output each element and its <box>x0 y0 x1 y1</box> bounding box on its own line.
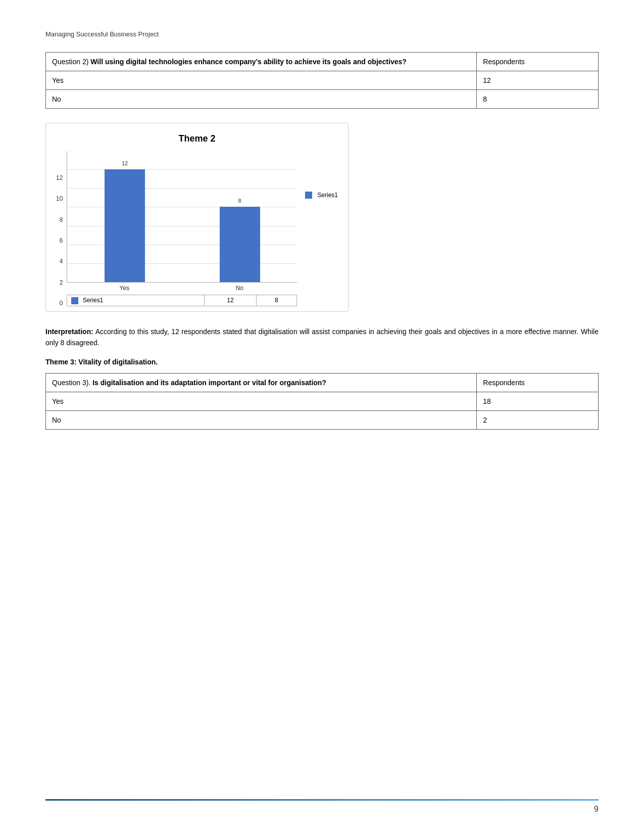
table2-question-cell: Question 3). Is digitalisation and its a… <box>46 373 477 392</box>
chart-legend-color <box>71 297 78 304</box>
bar-no-label: 8 <box>238 198 241 204</box>
table2-col2-header: Respondents <box>477 373 599 392</box>
table1: Question 2) Will using digital technolog… <box>45 52 599 109</box>
table2-yes-value: 18 <box>477 392 599 410</box>
page: Managing Successful Business Project Que… <box>0 0 644 834</box>
table1-no-value: 8 <box>477 90 599 109</box>
table2-yes-label: Yes <box>46 392 477 410</box>
y-tick-8: 8 <box>56 217 63 223</box>
footer: 9 <box>0 799 644 814</box>
bar-group-yes: 12 <box>67 151 182 282</box>
table1-question-cell: Question 2) Will using digital technolog… <box>46 53 477 71</box>
table1-yes-value: 12 <box>477 71 599 90</box>
table1-question-prefix: Question 2) <box>52 58 90 66</box>
chart-x-labels: Yes No <box>67 283 297 292</box>
chart-legend-right: Series1 <box>305 192 338 199</box>
chart-data-no: 8 <box>256 295 296 306</box>
legend-color-series1 <box>305 192 312 199</box>
y-tick-4: 4 <box>56 258 63 264</box>
chart-title: Theme 2 <box>56 133 338 144</box>
footer-page: 9 <box>45 805 599 814</box>
chart-area: 0 2 4 6 8 10 12 1 <box>56 151 297 306</box>
footer-line <box>45 799 599 801</box>
table1-row-yes: Yes 12 <box>46 71 599 90</box>
chart-bars-area: 12 8 <box>67 151 297 283</box>
table2: Question 3). Is digitalisation and its a… <box>45 373 599 430</box>
table1-no-label: No <box>46 90 477 109</box>
table2-question-prefix: Question 3). <box>52 379 92 387</box>
interpretation-paragraph: Interpretation: According to this study,… <box>45 326 599 349</box>
legend-label-series1: Series1 <box>317 192 338 199</box>
table2-question-bold: Is digitalisation and its adaptation imp… <box>92 379 326 387</box>
header-text: Managing Successful Business Project <box>45 30 599 38</box>
chart-data-series: Series1 <box>67 295 205 306</box>
bar-no: 8 <box>220 207 260 282</box>
legend-item-series1: Series1 <box>305 192 338 199</box>
bar-group-no: 8 <box>182 151 297 282</box>
chart-data-table: Series1 12 8 <box>67 295 297 306</box>
table2-row-yes: Yes 18 <box>46 392 599 410</box>
table1-question-bold: Will using digital technologies enhance … <box>90 58 407 66</box>
chart-with-legend: 0 2 4 6 8 10 12 1 <box>56 151 338 306</box>
interpretation-label: Interpretation: <box>45 328 93 336</box>
table2-row-no: No 2 <box>46 410 599 429</box>
table1-col2-header: Respondents <box>477 53 599 71</box>
table2-header-row: Question 3). Is digitalisation and its a… <box>46 373 599 392</box>
interpretation-text: According to this study, 12 respondents … <box>45 328 599 347</box>
chart-data-row: Series1 12 8 <box>67 295 297 306</box>
chart-y-axis: 0 2 4 6 8 10 12 <box>56 175 63 306</box>
chart-data-yes: 12 <box>204 295 256 306</box>
bars-wrapper: 12 8 Yes <box>67 151 297 306</box>
bar-yes-label: 12 <box>122 160 128 166</box>
y-tick-6: 6 <box>56 238 63 244</box>
x-label-yes: Yes <box>67 283 182 292</box>
y-tick-2: 2 <box>56 280 63 286</box>
theme3-heading: Theme 3: Vitality of digitalisation. <box>45 358 599 366</box>
table1-header-row: Question 2) Will using digital technolog… <box>46 53 599 71</box>
table1-yes-label: Yes <box>46 71 477 90</box>
bar-yes: 12 <box>105 169 145 282</box>
x-label-no: No <box>182 283 297 292</box>
y-tick-12: 12 <box>56 175 63 181</box>
chart-container: Theme 2 0 2 4 6 8 10 12 <box>45 123 349 312</box>
table2-no-value: 2 <box>477 410 599 429</box>
y-tick-10: 10 <box>56 196 63 202</box>
table1-row-no: No 8 <box>46 90 599 109</box>
y-tick-0: 0 <box>56 300 63 306</box>
table2-no-label: No <box>46 410 477 429</box>
chart-inner: 0 2 4 6 8 10 12 1 <box>56 151 297 306</box>
